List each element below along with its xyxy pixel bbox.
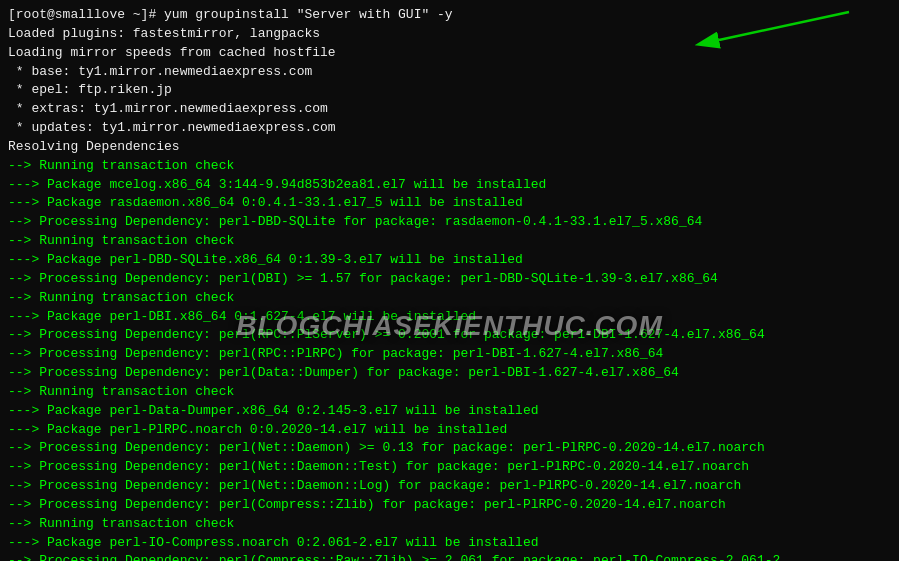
terminal-line: --> Processing Dependency: perl-DBD-SQLi… [8,213,891,232]
terminal-line: --> Processing Dependency: perl(Net::Dae… [8,477,891,496]
terminal-line: ---> Package perl-PlRPC.noarch 0:0.2020-… [8,421,891,440]
terminal-window: [root@smalllove ~]# yum groupinstall "Se… [0,0,899,561]
terminal-line: --> Processing Dependency: perl(Compress… [8,496,891,515]
terminal-line: --> Running transaction check [8,515,891,534]
terminal-line: --> Processing Dependency: perl(RPC::PlS… [8,326,891,345]
terminal-line: --> Running transaction check [8,289,891,308]
terminal-line: --> Processing Dependency: perl(RPC::PlR… [8,345,891,364]
terminal-line: * extras: ty1.mirror.newmediaexpress.com [8,100,891,119]
terminal-line: Resolving Dependencies [8,138,891,157]
terminal-line: Loading mirror speeds from cached hostfi… [8,44,891,63]
terminal-line: --> Processing Dependency: perl(Net::Dae… [8,458,891,477]
terminal-line: ---> Package perl-DBD-SQLite.x86_64 0:1.… [8,251,891,270]
terminal-line: ---> Package perl-DBI.x86_64 0:1.627-4.e… [8,308,891,327]
terminal-line: --> Processing Dependency: perl(Compress… [8,552,891,561]
terminal-line: --> Running transaction check [8,383,891,402]
terminal-line: --> Processing Dependency: perl(DBI) >= … [8,270,891,289]
terminal-line: --> Processing Dependency: perl(Data::Du… [8,364,891,383]
terminal-line: --> Processing Dependency: perl(Net::Dae… [8,439,891,458]
terminal-line: ---> Package perl-Data-Dumper.x86_64 0:2… [8,402,891,421]
terminal-line: --> Running transaction check [8,232,891,251]
terminal-line: * epel: ftp.riken.jp [8,81,891,100]
terminal-line: * updates: ty1.mirror.newmediaexpress.co… [8,119,891,138]
terminal-line: * base: ty1.mirror.newmediaexpress.com [8,63,891,82]
terminal-line: Loaded plugins: fastestmirror, langpacks [8,25,891,44]
terminal-line: [root@smalllove ~]# yum groupinstall "Se… [8,6,891,25]
terminal-line: ---> Package perl-IO-Compress.noarch 0:2… [8,534,891,553]
terminal-line: --> Running transaction check [8,157,891,176]
terminal-line: ---> Package mcelog.x86_64 3:144-9.94d85… [8,176,891,195]
terminal-line: ---> Package rasdaemon.x86_64 0:0.4.1-33… [8,194,891,213]
